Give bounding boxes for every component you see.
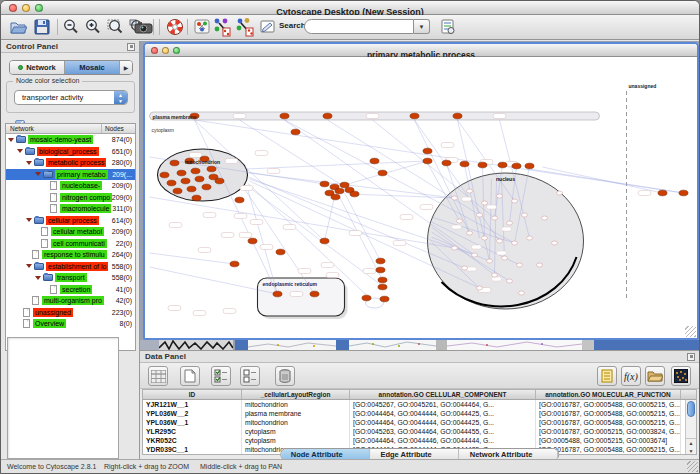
column-header[interactable]: annotation.GO CELLULAR_COMPONENT bbox=[350, 390, 536, 399]
birds-eye-view[interactable] bbox=[7, 337, 119, 459]
network-node[interactable] bbox=[177, 170, 186, 176]
snapshot-icon[interactable] bbox=[134, 17, 154, 37]
network-node[interactable] bbox=[467, 189, 473, 193]
layout-icon-a[interactable] bbox=[212, 17, 232, 37]
unselect-attributes-icon[interactable] bbox=[240, 366, 260, 386]
expand-arrow-icon[interactable] bbox=[35, 172, 41, 176]
network-node[interactable] bbox=[477, 286, 483, 290]
network-node[interactable] bbox=[552, 241, 558, 245]
zoom-fit-icon[interactable] bbox=[105, 17, 125, 37]
tree-row[interactable]: unassigned223(0) bbox=[6, 307, 135, 319]
table-row[interactable]: YKR052Ccytoplasm[GO:0044464, GO:0044446,… bbox=[143, 436, 696, 445]
background-windows[interactable] bbox=[140, 340, 699, 350]
help-icon[interactable] bbox=[165, 17, 185, 37]
tab-mosaic[interactable]: Mosaic bbox=[65, 61, 120, 74]
network-node[interactable] bbox=[679, 190, 688, 196]
network-node[interactable] bbox=[273, 291, 282, 297]
open-icon[interactable] bbox=[8, 17, 28, 37]
node-color-select[interactable]: transporter activity ▲▼ bbox=[14, 90, 128, 105]
new-attribute-icon[interactable] bbox=[180, 366, 200, 386]
background-window-sliver[interactable] bbox=[159, 340, 233, 350]
network-node[interactable] bbox=[502, 256, 508, 260]
network-node[interactable] bbox=[378, 277, 387, 283]
search-input[interactable] bbox=[304, 19, 414, 34]
network-node[interactable] bbox=[452, 246, 458, 250]
network-node[interactable] bbox=[512, 241, 518, 245]
network-node[interactable] bbox=[487, 259, 493, 263]
scrollbar-thumb[interactable] bbox=[687, 401, 695, 417]
tree-row[interactable]: cell communicati22(0) bbox=[6, 238, 135, 250]
tree-row[interactable]: mosaic-demo-yeast874(0) bbox=[6, 134, 135, 146]
network-node[interactable] bbox=[340, 182, 349, 188]
network-node[interactable] bbox=[467, 231, 473, 235]
network-node[interactable] bbox=[477, 213, 483, 217]
background-window-sliver[interactable] bbox=[349, 340, 436, 350]
network-node[interactable] bbox=[527, 236, 533, 240]
close-button[interactable] bbox=[9, 4, 17, 12]
network-node[interactable] bbox=[235, 197, 244, 203]
network-node[interactable] bbox=[507, 221, 513, 225]
network-node[interactable] bbox=[350, 191, 359, 197]
tree-row[interactable]: biological_process651(0) bbox=[6, 146, 135, 158]
network-node[interactable] bbox=[191, 168, 200, 174]
network-tree-header[interactable]: Network Nodes bbox=[6, 124, 135, 134]
network-node[interactable] bbox=[442, 160, 451, 166]
window-resize-grip[interactable] bbox=[685, 326, 696, 337]
network-node[interactable] bbox=[376, 258, 385, 264]
network-node[interactable] bbox=[378, 170, 387, 176]
minimize-button[interactable] bbox=[22, 4, 30, 12]
expand-arrow-icon[interactable] bbox=[26, 161, 32, 165]
network-node[interactable] bbox=[376, 267, 385, 273]
column-header[interactable]: _cellularLayoutRegion bbox=[242, 390, 350, 399]
network-node[interactable] bbox=[248, 238, 257, 244]
network-node[interactable] bbox=[423, 158, 432, 164]
network-node[interactable] bbox=[542, 216, 548, 220]
zoom-in-icon[interactable] bbox=[83, 17, 103, 37]
search-dropdown-arrow-icon[interactable]: ▼ bbox=[414, 19, 430, 34]
network-node[interactable] bbox=[370, 158, 379, 164]
delete-attribute-icon[interactable] bbox=[275, 366, 295, 386]
network-node[interactable] bbox=[192, 195, 201, 201]
layout-icon-b[interactable] bbox=[235, 17, 255, 37]
network-node[interactable] bbox=[378, 284, 387, 290]
network-node[interactable] bbox=[512, 199, 518, 203]
background-window-edge[interactable] bbox=[582, 340, 594, 350]
search-options-icon[interactable] bbox=[438, 17, 458, 37]
background-window-edge[interactable] bbox=[336, 340, 349, 350]
network-node[interactable] bbox=[215, 178, 224, 184]
overview-icon[interactable] bbox=[192, 17, 212, 37]
tree-row[interactable]: macromolecule311(0) bbox=[6, 203, 135, 215]
annotation-icon[interactable] bbox=[258, 17, 278, 37]
network-node[interactable] bbox=[453, 113, 462, 119]
network-node[interactable] bbox=[498, 162, 507, 168]
network-node[interactable] bbox=[457, 219, 463, 223]
expand-arrow-icon[interactable] bbox=[26, 218, 32, 222]
network-node[interactable] bbox=[331, 194, 340, 200]
column-header[interactable]: ID bbox=[143, 390, 242, 399]
matrix-icon[interactable] bbox=[671, 366, 691, 386]
save-icon[interactable] bbox=[32, 17, 52, 37]
tree-row[interactable]: cellular process614(0) bbox=[6, 215, 135, 227]
tree-row[interactable]: cellular metabol209(0) bbox=[6, 226, 135, 238]
background-window-sliver[interactable] bbox=[447, 340, 582, 350]
network-node[interactable] bbox=[207, 166, 216, 172]
network-node[interactable] bbox=[167, 180, 176, 186]
network-node[interactable] bbox=[423, 148, 432, 154]
scrollbar-arrows[interactable]: ▲▼ bbox=[686, 438, 696, 454]
background-window-edge[interactable] bbox=[235, 340, 248, 350]
network-canvas[interactable]: plasma membrane cytoplasm mitochondrion … bbox=[145, 57, 697, 338]
select-attributes-icon[interactable] bbox=[211, 366, 231, 386]
network-node[interactable] bbox=[320, 238, 329, 244]
network-node[interactable] bbox=[537, 263, 543, 267]
tab-network[interactable]: Network bbox=[10, 61, 65, 74]
network-node[interactable] bbox=[276, 249, 285, 255]
network-node[interactable] bbox=[410, 113, 419, 119]
background-window-sliver[interactable] bbox=[248, 340, 336, 350]
network-node[interactable] bbox=[335, 188, 344, 194]
tree-row[interactable]: Overview8(0) bbox=[6, 318, 135, 330]
network-node[interactable] bbox=[173, 188, 182, 194]
background-window-edge[interactable] bbox=[436, 340, 447, 350]
tree-row[interactable]: establishment of lo558(0) bbox=[6, 261, 135, 273]
attribute-table-icon[interactable] bbox=[148, 366, 168, 386]
expand-arrow-icon[interactable] bbox=[26, 264, 32, 268]
